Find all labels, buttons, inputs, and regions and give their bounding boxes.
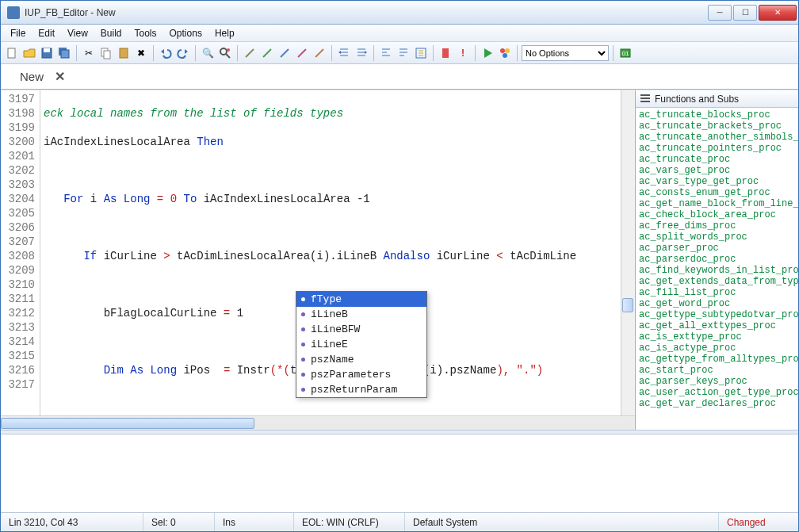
- output-pane[interactable]: [1, 434, 798, 512]
- copy-icon[interactable]: [98, 45, 114, 61]
- horizontal-scrollbar[interactable]: [1, 415, 635, 430]
- svg-rect-2: [44, 48, 50, 52]
- autocomplete-item[interactable]: pszReturnParam: [296, 382, 426, 397]
- function-item[interactable]: ac_truncate_pointers_proc: [639, 143, 798, 154]
- line-number: 3217: [1, 377, 35, 392]
- line-number: 3205: [1, 206, 35, 220]
- line-number: 3198: [1, 106, 35, 121]
- vertical-scrollbar[interactable]: [621, 90, 635, 415]
- svg-point-8: [220, 48, 227, 55]
- open-icon[interactable]: [21, 45, 37, 61]
- indent-right-icon[interactable]: [354, 45, 369, 61]
- function-item[interactable]: ac_parser_proc: [639, 243, 798, 254]
- function-item[interactable]: ac_find_keywords_in_list_pro: [639, 265, 798, 276]
- tool-d-icon[interactable]: [294, 45, 310, 61]
- function-item[interactable]: ac_truncate_proc: [639, 154, 798, 165]
- function-item[interactable]: ac_vars_get_proc: [639, 165, 798, 176]
- tab-new[interactable]: New ✕: [6, 64, 79, 89]
- tab-label: New: [20, 70, 44, 83]
- redo-icon[interactable]: [175, 45, 191, 61]
- app-window: IUP_FB_Editor - New ─ ☐ ✕ File Edit View…: [0, 0, 799, 532]
- autocomplete-item[interactable]: pszParameters: [296, 367, 426, 382]
- function-item[interactable]: ac_start_proc: [639, 365, 798, 376]
- maximize-button[interactable]: ☐: [733, 5, 757, 21]
- save-all-icon[interactable]: [56, 45, 72, 61]
- list-icon: [639, 93, 652, 105]
- run-icon[interactable]: [480, 45, 495, 61]
- line-number: 3199: [1, 121, 35, 135]
- editor-pane: 3197319831993200320132023203320432053206…: [1, 90, 635, 430]
- autocomplete-item[interactable]: iLineE: [296, 337, 426, 352]
- menu-file[interactable]: File: [4, 26, 32, 40]
- menu-help[interactable]: Help: [208, 26, 241, 40]
- undo-icon[interactable]: [158, 45, 174, 61]
- menu-tools[interactable]: Tools: [128, 26, 163, 40]
- svg-rect-4: [61, 50, 69, 58]
- build-options-select[interactable]: No Options: [522, 45, 609, 61]
- cut-icon[interactable]: ✂: [81, 45, 97, 61]
- find-replace-icon[interactable]: [217, 45, 233, 61]
- autocomplete-item[interactable]: pszName: [296, 352, 426, 367]
- tool-b-icon[interactable]: [259, 45, 275, 61]
- function-item[interactable]: ac_truncate_blocks_proc: [639, 109, 798, 121]
- function-item[interactable]: ac_truncate_another_simbols_: [639, 132, 798, 143]
- function-item[interactable]: ac_gettype_subtypedotvar_pro: [639, 309, 798, 320]
- function-item[interactable]: ac_get_word_proc: [639, 298, 798, 309]
- function-item[interactable]: ac_check_block_area_proc: [639, 209, 798, 220]
- find-icon[interactable]: 🔍: [200, 45, 216, 61]
- minimize-button[interactable]: ─: [708, 5, 732, 21]
- delete-icon[interactable]: ✖: [133, 45, 149, 61]
- menu-view[interactable]: View: [61, 26, 94, 40]
- function-item[interactable]: ac_is_exttype_proc: [639, 331, 798, 343]
- paste-icon[interactable]: [116, 45, 132, 61]
- line-number: 3197: [1, 92, 35, 106]
- menu-edit[interactable]: Edit: [32, 26, 61, 40]
- function-item[interactable]: ac_get_extends_data_from_typ: [639, 276, 798, 287]
- warning-icon[interactable]: !: [455, 45, 471, 61]
- function-item[interactable]: ac_user_action_get_type_proc: [639, 387, 798, 398]
- function-item[interactable]: ac_is_actype_proc: [639, 343, 798, 354]
- format-b-icon[interactable]: [396, 45, 411, 61]
- function-item[interactable]: ac_split_words_proc: [639, 232, 798, 243]
- autocomplete-item[interactable]: fType: [296, 292, 426, 307]
- function-item[interactable]: ac_fill_list_proc: [639, 287, 798, 298]
- function-item[interactable]: ac_truncate_brackets_proc: [639, 121, 798, 132]
- autocomplete-item[interactable]: iLineB: [296, 307, 426, 322]
- functions-list[interactable]: ac_truncate_blocks_procac_truncate_brack…: [636, 108, 798, 430]
- save-icon[interactable]: [39, 45, 55, 61]
- config-icon[interactable]: 01: [617, 45, 633, 61]
- function-item[interactable]: ac_gettype_from_alltypes_pro: [639, 354, 798, 365]
- line-gutter: 3197319831993200320132023203320432053206…: [1, 90, 40, 415]
- status-position: Lin 3210, Col 43: [1, 513, 143, 531]
- menu-build[interactable]: Build: [94, 26, 128, 40]
- build-icon[interactable]: [497, 45, 513, 61]
- close-button[interactable]: ✕: [759, 5, 797, 21]
- hscroll-thumb[interactable]: [1, 418, 254, 429]
- bookmark-icon[interactable]: [438, 45, 453, 61]
- line-number: 3201: [1, 149, 35, 163]
- status-selection: Sel: 0: [143, 513, 215, 531]
- function-item[interactable]: ac_consts_enum_get_proc: [639, 187, 798, 198]
- function-item[interactable]: ac_parser_keys_proc: [639, 376, 798, 387]
- indent-left-icon[interactable]: [336, 45, 352, 61]
- menu-options[interactable]: Options: [163, 26, 208, 40]
- vscroll-thumb[interactable]: [622, 298, 633, 312]
- app-icon: [7, 6, 20, 19]
- svg-point-14: [503, 53, 507, 58]
- autocomplete-popup[interactable]: fTypeiLineBiLineBFWiLineEpszNamepszParam…: [296, 291, 427, 398]
- function-item[interactable]: ac_get_all_exttypes_proc: [639, 320, 798, 331]
- function-item[interactable]: ac_get_name_block_from_line_p: [639, 198, 798, 209]
- tool-a-icon[interactable]: [242, 45, 258, 61]
- status-changed: Changed: [719, 513, 798, 531]
- function-item[interactable]: ac_get_var_declares_proc: [639, 398, 798, 409]
- format-a-icon[interactable]: [378, 45, 394, 61]
- function-item[interactable]: ac_free_dims_proc: [639, 220, 798, 232]
- format-c-icon[interactable]: [413, 45, 429, 61]
- function-item[interactable]: ac_parserdoc_proc: [639, 254, 798, 265]
- new-file-icon[interactable]: [4, 45, 20, 61]
- function-item[interactable]: ac_vars_type_get_proc: [639, 176, 798, 187]
- autocomplete-item[interactable]: iLineBFW: [296, 322, 426, 337]
- tool-e-icon[interactable]: [312, 45, 327, 61]
- tab-close-icon[interactable]: ✕: [55, 69, 65, 84]
- tool-c-icon[interactable]: [277, 45, 292, 61]
